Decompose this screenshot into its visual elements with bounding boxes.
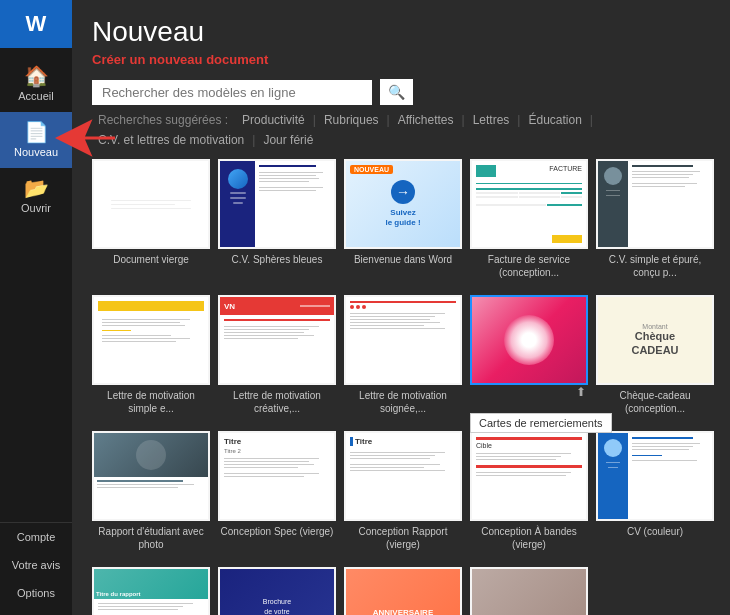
sidebar-bottom: Compte Votre avis Options <box>0 522 72 615</box>
template-cv-spheres-label: C.V. Sphères bleues <box>218 253 336 266</box>
compte-label: Compte <box>17 531 56 543</box>
template-cv-simple[interactable]: C.V. simple et épuré, conçu p... <box>596 159 714 279</box>
template-rapport-photo[interactable]: Rapport d'étudiant avec photo <box>92 431 210 551</box>
template-cartes-tooltip: Cartes de remerciements <box>470 413 612 433</box>
page-subtitle: Créer un nouveau document <box>72 52 730 75</box>
template-lettre1-label: Lettre de motivation simple e... <box>92 389 210 415</box>
badge-nouveau: NOUVEAU <box>350 165 393 174</box>
app-logo: W <box>0 0 72 48</box>
template-bandes-label: Conception À bandes (vierge) <box>470 525 588 551</box>
template-row-2: Lettre de motivation simple e... VN <box>92 295 720 415</box>
sidebar: W 🏠 Accueil 📄 Nouveau 📂 Ouvrir Compte Vo… <box>0 0 72 615</box>
template-spec[interactable]: Titre Titre 2 Conception Spec (vierge) <box>218 431 336 551</box>
filter-productivite[interactable]: Productivité <box>236 111 311 129</box>
app-logo-letter: W <box>26 11 47 37</box>
template-invoice-label: Facture de service (conception... <box>470 253 588 279</box>
filter-cv-lettres[interactable]: C.V. et lettres de motivation <box>92 131 250 149</box>
template-lettre2-thumb: VN <box>218 295 336 385</box>
template-lettre3-thumb <box>344 295 462 385</box>
template-anniversaire-thumb: ANNIVERSAIRE <box>344 567 462 615</box>
template-cartes[interactable]: Cartes de remerciements ⬆ <box>470 295 588 415</box>
template-cv-simple-thumb <box>596 159 714 249</box>
template-spec-label: Conception Spec (vierge) <box>218 525 336 538</box>
template-rapport-photo-thumb <box>92 431 210 521</box>
template-row-3: Rapport d'étudiant avec photo Titre Titr… <box>92 431 720 551</box>
filter-affichettes[interactable]: Affichettes <box>392 111 460 129</box>
template-lettre1-thumb <box>92 295 210 385</box>
template-rapport2[interactable]: Titre Conception Rapport (vierge) <box>344 431 462 551</box>
template-welcome-thumb: NOUVEAU → Suivezle guide ! <box>344 159 462 249</box>
template-spec-thumb: Titre Titre 2 <box>218 431 336 521</box>
home-icon: 🏠 <box>24 66 49 86</box>
filter-rubriques[interactable]: Rubriques <box>318 111 385 129</box>
open-folder-icon: 📂 <box>24 178 49 198</box>
sidebar-item-ouvrir[interactable]: 📂 Ouvrir <box>0 168 72 224</box>
search-button[interactable]: 🔍 <box>380 79 413 105</box>
template-cheque[interactable]: Montant ChèqueCADEAU Chèque-cadeau (conc… <box>596 295 714 415</box>
new-document-icon: 📄 <box>24 122 49 142</box>
template-yellow-report[interactable]: Titre du rapport Titre du rapport <box>92 567 210 615</box>
sidebar-item-nouveau[interactable]: 📄 Nouveau <box>0 112 72 168</box>
template-grid: Document vierge <box>72 159 730 615</box>
template-cheque-thumb: Montant ChèqueCADEAU <box>596 295 714 385</box>
filter-education[interactable]: Éducation <box>522 111 587 129</box>
template-brochure[interactable]: Brochurede votreentreprise Brochure de v… <box>218 567 336 615</box>
template-bandes-thumb: Cible <box>470 431 588 521</box>
options-label: Options <box>17 587 55 599</box>
main-content: Nouveau Créer un nouveau document 🔍 Rech… <box>72 0 730 615</box>
template-lettre3-label: Lettre de motivation soignée,... <box>344 389 462 415</box>
template-lettre2[interactable]: VN <box>218 295 336 415</box>
template-anniversaire[interactable]: ANNIVERSAIRE ANNIVERSAIRE <box>344 567 462 615</box>
sidebar-label-ouvrir: Ouvrir <box>21 202 51 214</box>
template-rapport2-label: Conception Rapport (vierge) <box>344 525 462 551</box>
template-lettre1[interactable]: Lettre de motivation simple e... <box>92 295 210 415</box>
template-cv-couleur[interactable]: CV (couleur) <box>596 431 714 551</box>
template-rapport2-thumb: Titre <box>344 431 462 521</box>
sidebar-label-accueil: Accueil <box>18 90 53 102</box>
template-welcome[interactable]: NOUVEAU → Suivezle guide ! Bienvenue dan… <box>344 159 462 279</box>
votre-avis-label: Votre avis <box>12 559 60 571</box>
page-title: Nouveau <box>72 0 730 52</box>
template-cv-spheres-thumb <box>218 159 336 249</box>
template-architecture-thumb <box>470 567 588 615</box>
template-blank-thumb <box>92 159 210 249</box>
template-blank-label: Document vierge <box>92 253 210 266</box>
template-architecture[interactable]: Architecture <box>470 567 588 615</box>
template-cv-couleur-label: CV (couleur) <box>596 525 714 538</box>
sidebar-item-options[interactable]: Options <box>0 579 72 607</box>
template-row-1: Document vierge <box>92 159 720 279</box>
template-bandes[interactable]: Cible Conception À bandes (vierge) <box>470 431 588 551</box>
filter-lettres[interactable]: Lettres <box>467 111 516 129</box>
template-lettre3[interactable]: Lettre de motivation soignée,... <box>344 295 462 415</box>
template-yellow-report-thumb: Titre du rapport <box>92 567 210 615</box>
template-welcome-label: Bienvenue dans Word <box>344 253 462 266</box>
template-cartes-thumb <box>470 295 588 385</box>
template-cv-simple-label: C.V. simple et épuré, conçu p... <box>596 253 714 279</box>
template-lettre2-label: Lettre de motivation créative,... <box>218 389 336 415</box>
filter-suggestions-label: Recherches suggérées : <box>92 111 234 129</box>
filter-bar: Recherches suggérées : Productivité | Ru… <box>72 111 730 159</box>
sidebar-item-compte[interactable]: Compte <box>0 523 72 551</box>
search-bar: 🔍 <box>72 75 730 111</box>
template-row-4: Titre du rapport Titre du rapport Brochu… <box>92 567 720 615</box>
filter-jour-ferie[interactable]: Jour férié <box>257 131 319 149</box>
template-cheque-label: Chèque-cadeau (conception... <box>596 389 714 415</box>
sidebar-label-nouveau: Nouveau <box>14 146 58 158</box>
template-rapport-photo-label: Rapport d'étudiant avec photo <box>92 525 210 551</box>
template-cv-spheres[interactable]: C.V. Sphères bleues <box>218 159 336 279</box>
template-invoice[interactable]: FACTURE <box>470 159 588 279</box>
template-blank[interactable]: Document vierge <box>92 159 210 279</box>
sidebar-item-accueil[interactable]: 🏠 Accueil <box>0 56 72 112</box>
template-invoice-thumb: FACTURE <box>470 159 588 249</box>
share-icon[interactable]: ⬆ <box>576 385 586 399</box>
sidebar-item-votre-avis[interactable]: Votre avis <box>0 551 72 579</box>
welcome-arrow-icon: → <box>391 180 415 204</box>
template-cv-couleur-thumb <box>596 431 714 521</box>
search-input[interactable] <box>92 80 372 105</box>
template-brochure-thumb: Brochurede votreentreprise <box>218 567 336 615</box>
